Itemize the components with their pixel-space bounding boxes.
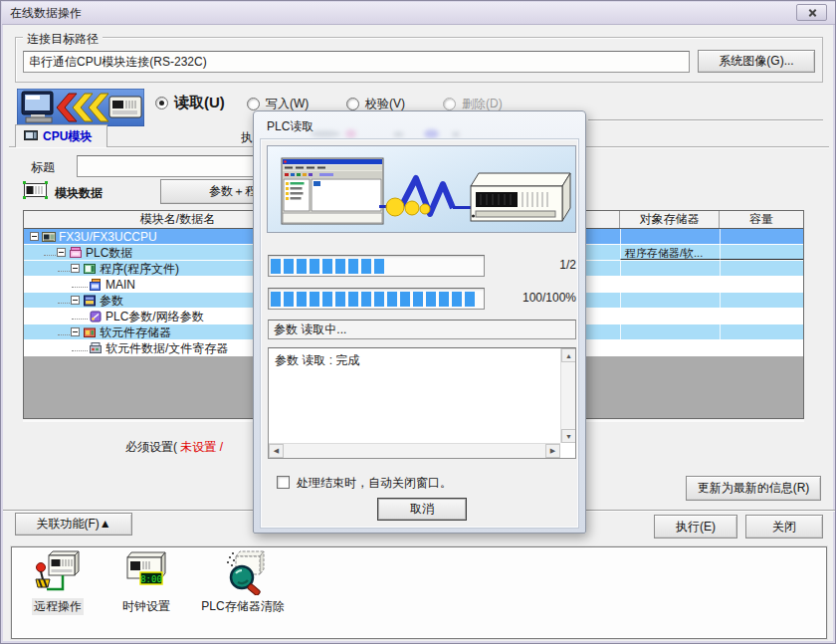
radio-disabled-icon [443,98,456,110]
window-title: 在线数据操作 [10,5,82,22]
header-target-memory[interactable]: 对象存储器 [620,211,720,228]
progress-segment [271,259,281,274]
tree-collapse-toggle[interactable] [71,296,80,305]
plc-data-icon [69,246,83,260]
tree-collapse-toggle[interactable] [71,327,80,336]
progress-segment [271,292,281,307]
percent-progress-label: 100/100% [485,291,576,305]
related-item-label: 时钟设置 [120,598,172,615]
progress-segment [335,259,345,274]
log-text: 参数 读取 : 完成 [275,352,359,369]
percent-progress-bar [268,288,485,310]
radio-icon[interactable] [247,98,260,110]
connection-group-label: 连接目标路径 [23,31,103,48]
progress-segment [439,292,449,307]
tree-collapse-toggle[interactable] [57,248,66,257]
execute-button[interactable]: 执行(E) [654,515,737,538]
plc-network-param-icon [89,310,103,323]
progress-segment [374,259,384,274]
progress-segment [297,259,307,274]
tree-connector [72,281,88,288]
progress-segment [284,292,294,307]
progress-segment [348,259,358,274]
tree-connector [72,313,88,320]
radio-icon[interactable] [346,98,359,110]
tree-collapse-toggle[interactable] [71,264,80,273]
clock-display-text: 8:00 [140,574,162,584]
target-memory-cell [620,229,720,244]
progress-segment [465,292,475,307]
main-program-icon [89,278,103,292]
scroll-up-button[interactable]: ▲ [561,348,576,362]
log-vertical-scrollbar[interactable]: ▲ ▼ [560,348,575,443]
clipped-execute-target-text: 执 [241,129,253,145]
redacted-text-smudge [311,130,340,137]
log-box[interactable]: 参数 读取 : 完成 ▲ ▼ ◀ ▶ [268,347,576,459]
progress-segment [284,259,294,274]
scroll-right-button[interactable]: ▶ [545,444,560,458]
related-item-label: PLC存储器清除 [199,598,286,615]
progress-segment [322,259,332,274]
target-memory-cell [620,261,720,276]
radio-checked-icon[interactable] [155,97,168,109]
transfer-banner [267,145,576,233]
related-item-remote-operation[interactable]: 远程操作 [20,549,96,615]
system-image-button[interactable]: 系统图像(G)... [698,50,815,73]
progress-segment [426,292,436,307]
progress-segment [335,292,345,307]
module-data-icon [23,181,49,199]
remote-operation-icon [33,549,83,595]
log-horizontal-scrollbar[interactable]: ◀ ▶ [269,443,560,458]
mode-radio-read-label: 读取(U) [174,94,225,112]
clock-setting-icon: 8:00 [123,549,169,595]
tree-item-label: 软元件数据/文件寄存器 [105,341,228,355]
redacted-text-smudge [452,131,460,137]
progress-segment [297,292,307,307]
related-item-plc-memory-clear[interactable]: PLC存储器清除 [195,549,291,615]
capacity-cell [720,340,803,355]
parameter-icon [83,294,97,308]
scroll-left-button[interactable]: ◀ [269,444,284,458]
tree-connector [72,344,88,351]
progress-segment [310,292,319,307]
module-data-label: 模块数据 [55,185,103,202]
capacity-cell [720,277,803,292]
tab-cpu-module[interactable]: CPU模块 [15,124,107,147]
capacity-cell [720,293,803,308]
device-data-icon [89,341,103,355]
mode-radio-read[interactable]: 读取(U) [155,93,225,112]
header-capacity[interactable]: 容量 [720,211,803,228]
related-functions-button[interactable]: 关联功能(F)▲ [15,513,132,536]
target-memory-cell [620,293,720,308]
online-data-operation-window: 在线数据操作 连接目标路径 串行通信CPU模块连接(RS-232C) 系统图像(… [0,0,836,644]
plc-memory-clear-icon [218,549,268,595]
tree-item-label: PLC数据 [86,246,132,260]
close-window-button[interactable]: 关闭 [745,515,823,538]
target-memory-cell [620,277,720,292]
target-memory-cell: 程序存储器/软... [620,245,720,260]
target-memory-cell [620,340,720,355]
cancel-button[interactable]: 取消 [377,498,467,521]
related-item-clock-setting[interactable]: 8:00 时钟设置 [108,549,184,615]
progress-segment [452,292,462,307]
required-setting-note: 必须设置( 未设置 / [125,439,223,456]
progress-segment [361,292,371,307]
related-item-label: 远程操作 [32,598,84,615]
tree-item-label: 程序(程序文件) [100,262,179,276]
scroll-down-button[interactable]: ▼ [561,429,576,443]
auto-close-checkbox[interactable] [277,476,290,489]
note-prefix: 必须设置( [125,440,180,454]
tree-collapse-toggle[interactable] [30,232,39,241]
close-button[interactable] [796,4,827,21]
refresh-info-button[interactable]: 更新为最新的信息(R) [686,476,821,501]
plc-read-dialog: PLC读取 [253,110,586,534]
device-memory-icon [83,325,97,339]
progress-segment [348,292,358,307]
target-memory-cell [620,309,720,323]
redacted-text-smudge [424,129,439,138]
connection-path-input[interactable]: 串行通信CPU模块连接(RS-232C) [23,51,690,73]
progress-segment [322,292,332,307]
mode-radio-verify[interactable]: 校验(V) [346,96,405,111]
mode-radio-write[interactable]: 写入(W) [247,96,309,111]
close-icon [807,8,816,17]
